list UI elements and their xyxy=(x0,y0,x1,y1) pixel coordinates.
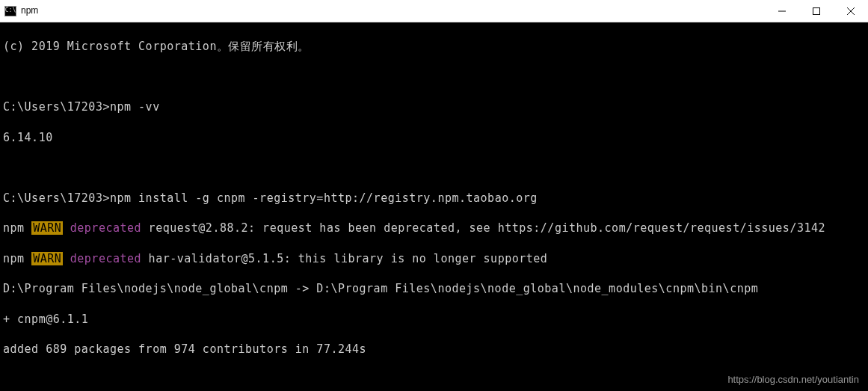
command: npm install -g cnpm -registry=http://reg… xyxy=(110,191,538,205)
command: npm -vv xyxy=(110,100,160,114)
close-icon xyxy=(847,7,855,15)
maximize-button[interactable] xyxy=(799,0,834,22)
deprecated-label: deprecated xyxy=(63,252,141,265)
deprecated-label: deprecated xyxy=(63,221,141,235)
window-controls xyxy=(765,0,868,22)
cmd-icon: C:\ xyxy=(4,6,16,16)
blank-line xyxy=(3,160,865,175)
window-title: npm xyxy=(21,4,38,16)
warn-line: npm WARN deprecated request@2.88.2: requ… xyxy=(3,221,865,235)
prompt-line: C:\Users\17203>npm -vv xyxy=(3,99,865,114)
npm-label: npm xyxy=(3,221,31,235)
output-line: + cnpm@6.1.1 xyxy=(3,312,865,327)
blank-line xyxy=(3,70,865,84)
prompt-line: C:\Users\17203>npm install -g cnpm -regi… xyxy=(3,191,865,206)
close-button[interactable] xyxy=(834,0,868,22)
output-line: 6.14.10 xyxy=(3,130,865,145)
warn-line: npm WARN deprecated har-validator@5.1.5:… xyxy=(3,251,865,266)
minimize-button[interactable] xyxy=(765,0,799,22)
npm-label: npm xyxy=(3,252,31,265)
window-titlebar: C:\ npm xyxy=(0,0,868,22)
output-line: added 689 packages from 974 contributors… xyxy=(3,342,865,357)
minimize-icon xyxy=(778,7,786,15)
prompt: C:\Users\17203> xyxy=(3,191,110,205)
output-line: D:\Program Files\nodejs\node_global\cnpm… xyxy=(3,281,865,296)
terminal-output[interactable]: (c) 2019 Microsoft Corporation。保留所有权利。 C… xyxy=(0,22,868,391)
prompt: C:\Users\17203> xyxy=(3,100,110,114)
svg-rect-1 xyxy=(813,7,820,14)
warn-badge: WARN xyxy=(31,252,63,265)
deprecated-msg: request@2.88.2: request has been depreca… xyxy=(141,221,825,235)
watermark: https://blog.csdn.net/youtiantin xyxy=(727,373,859,387)
titlebar-left: C:\ npm xyxy=(4,4,38,16)
maximize-icon xyxy=(813,7,820,15)
copyright-line: (c) 2019 Microsoft Corporation。保留所有权利。 xyxy=(3,39,865,54)
deprecated-msg: har-validator@5.1.5: this library is no … xyxy=(141,252,547,265)
warn-badge: WARN xyxy=(31,221,63,235)
